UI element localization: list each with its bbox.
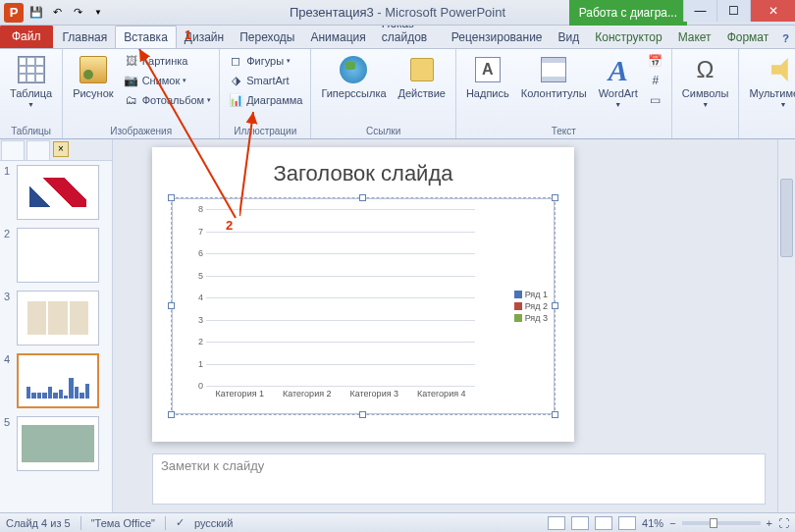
hyperlink-label: Гиперссылка [321, 87, 386, 99]
symbols-button[interactable]: Ω Символы ▼ [678, 52, 733, 111]
normal-view-button[interactable] [548, 516, 565, 530]
smartart-button[interactable]: ⬗SmartArt [226, 72, 304, 89]
sorter-view-button[interactable] [571, 516, 589, 530]
file-tab[interactable]: Файл [0, 25, 53, 48]
maximize-button[interactable]: ☐ [716, 0, 750, 22]
ribbon: Таблица ▼ Таблицы Рисунок 🖼Картинка 📷Сни… [0, 49, 795, 139]
media-button[interactable]: Мультимедиа ▼ [745, 52, 795, 111]
thumbnail-row: 5 [4, 416, 108, 471]
redo-icon[interactable]: ↷ [68, 3, 87, 23]
group-media: Мультимедиа ▼ [739, 49, 795, 138]
outline-tab[interactable] [26, 140, 50, 160]
thumbnail-panel-tabs: × [0, 139, 112, 161]
context-tab-формат[interactable]: Формат [719, 27, 777, 48]
clipart-label: Картинка [142, 55, 188, 67]
date-button[interactable]: 📅 [646, 52, 665, 70]
legend-item: Ряд 3 [514, 313, 548, 323]
shapes-label: Фигуры [246, 55, 284, 67]
table-button[interactable]: Таблица ▼ [6, 52, 56, 111]
x-axis-category: Категория 3 [349, 386, 398, 399]
speaker-icon [768, 54, 795, 85]
status-bar: Слайд 4 из 5 "Тема Office" ✓ русский 41%… [0, 512, 795, 532]
context-tab-конструктор[interactable]: Конструктор [587, 27, 669, 48]
picture-label: Рисунок [73, 87, 114, 99]
action-button[interactable]: Действие [395, 52, 450, 101]
save-icon[interactable]: 💾 [26, 3, 46, 23]
vertical-scrollbar[interactable] [777, 139, 795, 512]
close-panel-icon[interactable]: × [53, 141, 69, 157]
symbols-label: Символы [682, 87, 729, 99]
undo-icon[interactable]: ↶ [47, 3, 67, 23]
zoom-percent[interactable]: 41% [642, 517, 663, 529]
tab-главная[interactable]: Главная [55, 27, 116, 48]
clipart-button[interactable]: 🖼Картинка [122, 52, 214, 70]
y-axis-tick: 7 [198, 227, 206, 237]
powerpoint-app-icon[interactable]: P [4, 3, 24, 23]
group-illustrations: ◻Фигуры ▾ ⬗SmartArt 📊Диаграмма Иллюстрац… [220, 49, 311, 138]
fit-to-window-button[interactable]: ⛶ [778, 517, 789, 529]
slide-thumbnail[interactable] [17, 228, 99, 283]
zoom-out-button[interactable]: − [669, 517, 675, 529]
slide-thumbnail[interactable] [17, 416, 99, 471]
slide-canvas[interactable]: Заголовок слайда 012345678Категория 1Кат… [152, 147, 574, 442]
screenshot-label: Снимок [142, 75, 181, 86]
tab-переходы[interactable]: Переходы [232, 27, 302, 48]
textbox-label: Надпись [466, 87, 509, 99]
tab-рецензирование[interactable]: Рецензирование [444, 27, 551, 48]
hyperlink-button[interactable]: Гиперссылка [317, 52, 390, 101]
thumbnail-row: 2 [4, 228, 108, 283]
headerfooter-button[interactable]: Колонтитулы [517, 52, 591, 101]
slideshow-view-button[interactable] [618, 516, 636, 530]
notes-pane[interactable]: Заметки к слайду [152, 453, 766, 505]
slide-title-placeholder[interactable]: Заголовок слайда [152, 147, 574, 194]
zoom-in-button[interactable]: + [767, 517, 772, 529]
shapes-button[interactable]: ◻Фигуры ▾ [226, 52, 304, 70]
table-icon [16, 54, 47, 85]
reading-view-button[interactable] [595, 516, 612, 530]
notes-placeholder: Заметки к слайду [161, 458, 264, 473]
tab-вставка[interactable]: Вставка [115, 26, 177, 48]
help-icon[interactable]: ? [776, 28, 795, 48]
group-media-label [745, 124, 795, 136]
chart-button[interactable]: 📊Диаграмма [226, 91, 304, 109]
smartart-label: SmartArt [246, 75, 289, 86]
slide-thumbnail[interactable] [17, 353, 99, 408]
slide-thumbnail[interactable] [17, 165, 99, 220]
spellcheck-icon[interactable]: ✓ [176, 516, 185, 529]
photoalbum-button[interactable]: 🗂Фотоальбом ▾ [122, 91, 214, 109]
slidenumber-button[interactable]: # [646, 72, 665, 89]
clipart-icon: 🖼 [124, 53, 139, 69]
close-button[interactable]: ✕ [750, 0, 795, 22]
group-tables: Таблица ▼ Таблицы [0, 49, 63, 138]
table-label: Таблица [10, 87, 52, 99]
tab-анимация[interactable]: Анимация [302, 27, 373, 48]
group-text-label: Текст [462, 124, 665, 136]
y-axis-tick: 1 [198, 359, 206, 369]
screenshot-button[interactable]: 📷Снимок ▾ [122, 72, 214, 89]
wordart-button[interactable]: A WordArt ▼ [595, 52, 642, 111]
annotation-1: 1 [185, 27, 191, 42]
qat-dropdown-icon[interactable]: ▼ [88, 3, 108, 23]
document-name: Презентация3 [290, 5, 374, 20]
object-button[interactable]: ▭ [646, 91, 665, 109]
textbox-button[interactable]: A Надпись [462, 52, 513, 101]
group-illustrations-label: Иллюстрации [226, 124, 304, 136]
app-name: Microsoft PowerPoint [385, 5, 505, 20]
legend-item: Ряд 2 [514, 301, 548, 311]
picture-button[interactable]: Рисунок [69, 52, 118, 101]
y-axis-tick: 6 [198, 248, 206, 258]
headerfooter-label: Колонтитулы [521, 87, 587, 99]
slide-thumbnail[interactable] [17, 291, 99, 346]
chart-plot-area: 012345678Категория 1Категория 2Категория… [206, 209, 475, 386]
group-text: A Надпись Колонтитулы A WordArt ▼ 📅 # ▭ … [456, 49, 672, 138]
tab-вид[interactable]: Вид [551, 27, 588, 48]
thumbnail-row: 1 [4, 165, 108, 220]
zoom-slider[interactable] [682, 521, 761, 525]
slides-tab[interactable] [1, 140, 25, 160]
context-tab-макет[interactable]: Макет [670, 27, 719, 48]
minimize-button[interactable]: — [683, 0, 716, 22]
language-indicator[interactable]: русский [194, 517, 233, 529]
wordart-icon: A [603, 54, 634, 85]
photoalbum-label: Фотоальбом [142, 94, 205, 106]
group-images-label: Изображения [69, 124, 213, 136]
